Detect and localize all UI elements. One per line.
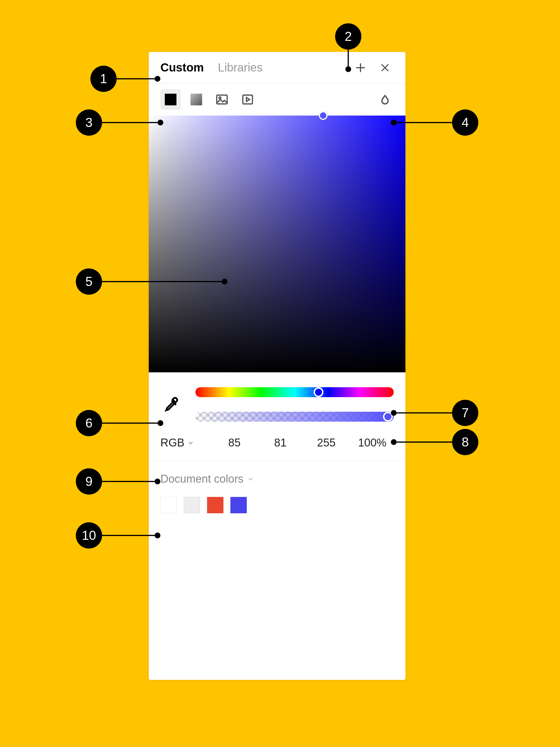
color-picker-panel: Custom Libraries bbox=[149, 52, 405, 680]
document-colors-toggle[interactable]: Document colors bbox=[160, 473, 394, 485]
swatch[interactable] bbox=[231, 497, 247, 513]
callout-9: 9 bbox=[76, 468, 160, 495]
callout-6: 6 bbox=[76, 410, 163, 436]
value-b[interactable]: 255 bbox=[305, 437, 348, 449]
callout-2: 2 bbox=[348, 23, 362, 72]
hue-slider[interactable] bbox=[195, 387, 394, 397]
callout-bubble: 9 bbox=[76, 468, 102, 495]
swatch[interactable] bbox=[207, 497, 223, 513]
image-icon bbox=[216, 93, 229, 106]
callout-bubble: 6 bbox=[76, 410, 102, 436]
value-g[interactable]: 81 bbox=[259, 437, 302, 449]
document-swatches bbox=[160, 497, 394, 513]
saturation-value-canvas[interactable] bbox=[149, 115, 405, 372]
paint-solid-button[interactable] bbox=[160, 89, 181, 110]
color-values-row: RGB 85 81 255 100% bbox=[149, 431, 405, 461]
chevron-down-icon bbox=[187, 439, 194, 446]
video-icon bbox=[241, 93, 254, 106]
close-icon bbox=[380, 63, 390, 72]
paint-gradient-button[interactable] bbox=[186, 89, 207, 110]
tab-custom[interactable]: Custom bbox=[160, 61, 204, 74]
callout-bubble: 7 bbox=[452, 400, 478, 426]
sv-thumb[interactable] bbox=[319, 111, 327, 120]
paint-type-toolbar bbox=[149, 83, 405, 115]
callout-3: 3 bbox=[76, 109, 163, 136]
callout-5: 5 bbox=[76, 268, 228, 295]
value-r[interactable]: 85 bbox=[213, 437, 256, 449]
callout-8: 8 bbox=[391, 429, 478, 455]
panel-header: Custom Libraries bbox=[149, 52, 405, 83]
color-mode-label: RGB bbox=[160, 437, 184, 449]
paint-video-button[interactable] bbox=[237, 89, 258, 110]
droplet-icon bbox=[380, 94, 390, 105]
callout-bubble: 1 bbox=[90, 66, 117, 92]
callout-bubble: 8 bbox=[452, 429, 478, 455]
blend-mode-button[interactable] bbox=[376, 91, 394, 108]
eyedropper-button[interactable] bbox=[160, 387, 184, 422]
slider-section bbox=[149, 372, 405, 431]
tab-libraries[interactable]: Libraries bbox=[218, 61, 263, 74]
swatch[interactable] bbox=[160, 497, 177, 513]
gradient-swatch-icon bbox=[190, 94, 202, 105]
swatch[interactable] bbox=[184, 497, 200, 513]
callout-bubble: 3 bbox=[76, 109, 102, 136]
callout-bubble: 5 bbox=[76, 268, 102, 295]
solid-swatch-icon bbox=[165, 94, 177, 105]
chevron-down-icon bbox=[247, 475, 254, 483]
svg-rect-2 bbox=[243, 95, 252, 104]
callout-bubble: 4 bbox=[452, 109, 478, 136]
alpha-slider[interactable] bbox=[195, 412, 394, 422]
header-tabs: Custom Libraries bbox=[160, 61, 263, 74]
value-alpha[interactable]: 100% bbox=[351, 437, 394, 449]
paint-image-button[interactable] bbox=[212, 89, 232, 110]
callout-bubble: 10 bbox=[76, 522, 102, 548]
callout-1: 1 bbox=[90, 66, 160, 92]
eyedropper-icon bbox=[164, 396, 180, 412]
document-colors-section: Document colors bbox=[149, 461, 405, 525]
svg-rect-0 bbox=[217, 95, 227, 104]
callout-4: 4 bbox=[391, 109, 478, 136]
callout-10: 10 bbox=[76, 522, 160, 548]
svg-point-1 bbox=[219, 97, 221, 99]
callout-bubble: 2 bbox=[335, 23, 362, 50]
color-mode-select[interactable]: RGB bbox=[160, 437, 210, 449]
document-colors-label: Document colors bbox=[160, 473, 243, 485]
hue-thumb[interactable] bbox=[314, 387, 323, 397]
close-button[interactable] bbox=[376, 59, 394, 76]
callout-7: 7 bbox=[391, 400, 478, 426]
